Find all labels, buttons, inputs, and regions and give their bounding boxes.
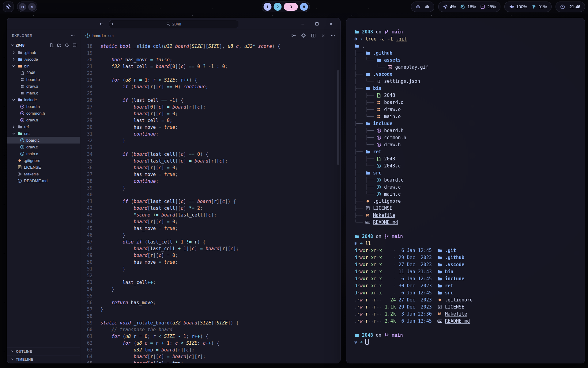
project-section-row[interactable]: 2048 xyxy=(7,41,80,49)
tree-item-main.o[interactable]: main.o xyxy=(7,90,80,96)
tab-filename[interactable]: board.c xyxy=(92,33,106,38)
gear-stat: 4% xyxy=(443,4,456,9)
folder-icon xyxy=(354,234,359,239)
terminal-cursor xyxy=(365,339,369,345)
editor-scrollbar[interactable] xyxy=(337,70,339,165)
system-stats-widget[interactable]: 4%16%25% xyxy=(438,2,500,12)
tree-item-README.md[interactable]: README.md xyxy=(7,177,80,184)
folder-icon xyxy=(437,262,442,267)
folder-icon xyxy=(18,98,22,102)
tree-item-.github[interactable]: .github xyxy=(7,49,80,56)
cfile-icon: C xyxy=(376,178,381,182)
refresh-button[interactable] xyxy=(65,43,69,48)
tree-item-label: src xyxy=(24,131,29,136)
chevron-down-icon xyxy=(11,64,16,68)
code-line-59: 59static void _rotate_board(u32 board[SI… xyxy=(80,320,340,326)
book-icon xyxy=(437,305,442,309)
terminal-line: ├── LICENSE xyxy=(354,205,577,212)
terminal-line: │ ├── h board.h xyxy=(354,127,577,134)
tree-item-label: .github xyxy=(24,50,36,55)
speaker-icon xyxy=(509,4,514,9)
code-editor[interactable]: 18static bool _slide_col(u32 board[SIZE]… xyxy=(80,41,340,363)
arrow-right-button[interactable] xyxy=(109,21,114,26)
ellipsis-button[interactable] xyxy=(330,33,335,38)
terminal-line: ├── src xyxy=(354,170,577,177)
tree-item-ref[interactable]: ref xyxy=(7,123,80,130)
tree-item-board.h[interactable]: hboard.h xyxy=(7,103,80,110)
tree-item-board.c[interactable]: Cboard.c xyxy=(7,137,80,144)
minimize-button[interactable] xyxy=(300,21,305,26)
make-icon: M xyxy=(365,213,370,218)
terminal-line: ❄ ➜ ll xyxy=(354,240,577,247)
terminal-line: ❄ ➜ tree -a -I .git xyxy=(354,36,577,43)
workspace-8[interactable]: 8 xyxy=(300,3,308,11)
tree-item-common.h[interactable]: hcommon.h xyxy=(7,110,80,117)
clock-widget[interactable]: 21:46 xyxy=(556,2,585,12)
tree-item-label: LICENSE xyxy=(24,165,41,170)
new-folder-button[interactable] xyxy=(57,43,62,48)
close-button[interactable] xyxy=(321,33,326,38)
code-line-55: 55 xyxy=(80,293,340,299)
section-outline[interactable]: OUTLINE xyxy=(7,347,80,355)
svg-text:{}: {} xyxy=(377,79,381,83)
line-number: 60 xyxy=(80,326,92,333)
terminal-line: ├── include xyxy=(354,120,577,127)
folder-icon xyxy=(365,51,370,56)
code-line-45: 45 has_move = true; xyxy=(80,225,340,232)
tree-item-src[interactable]: src xyxy=(7,130,80,137)
tree-item-board.o[interactable]: board.o xyxy=(7,76,80,83)
tree-item-bin[interactable]: bin xyxy=(7,63,80,69)
folder-icon xyxy=(437,255,442,260)
terminal-line: ├── ref xyxy=(354,148,577,155)
arrow-left-button[interactable] xyxy=(99,21,104,26)
ellipsis-icon[interactable] xyxy=(70,33,75,38)
terminal-line: drwxr-xr-x - 29 Dec 2023 .github xyxy=(354,254,577,261)
code-line-40: 40 xyxy=(80,191,340,198)
maximize-button[interactable] xyxy=(315,21,319,26)
folder-icon xyxy=(365,171,370,175)
close-button[interactable] xyxy=(329,21,334,26)
workspace-2[interactable]: 2 xyxy=(274,3,282,11)
new-file-button[interactable] xyxy=(49,43,54,48)
gear-button[interactable] xyxy=(301,33,306,38)
explorer-sidebar: EXPLORER 2048 .github.vscodebin2048board… xyxy=(7,30,80,363)
tree-item-.vscode[interactable]: .vscode xyxy=(7,56,80,63)
folder-icon xyxy=(437,248,442,253)
tree-item-Makefile[interactable]: Makefile xyxy=(7,171,80,177)
audio-network-widget[interactable]: 100%91% xyxy=(504,2,552,12)
line-number: 27 xyxy=(80,104,92,110)
editor-titlebar[interactable]: 2048 xyxy=(7,18,340,30)
line-number: 39 xyxy=(80,185,92,191)
tree-item-2048[interactable]: 2048 xyxy=(7,69,80,76)
terminal-line: │ ├── 2048 xyxy=(354,155,577,163)
section-timeline[interactable]: TIMELINE xyxy=(7,355,80,363)
skip-back-button[interactable] xyxy=(19,3,26,11)
run-button[interactable] xyxy=(291,33,296,38)
line-number: 46 xyxy=(80,232,92,239)
memory-icon xyxy=(460,4,465,9)
command-center-search[interactable]: 2048 xyxy=(109,20,238,28)
collapse-all-button[interactable] xyxy=(72,43,77,48)
line-number: 62 xyxy=(80,340,92,347)
workspace-1[interactable]: 1 xyxy=(264,3,272,11)
split-button[interactable] xyxy=(311,33,316,38)
weather-widget[interactable] xyxy=(411,2,434,12)
tree-item-draw.c[interactable]: Cdraw.c xyxy=(7,144,80,150)
terminal-window[interactable]: 2048 on main❄ ➜ tree -a -I .git .├── .gi… xyxy=(346,18,585,363)
workspace-3[interactable]: 3 xyxy=(284,3,298,11)
terminal-line: ├── .vscode xyxy=(354,71,577,78)
tree-item-include[interactable]: include xyxy=(7,96,80,103)
terminal-line: drwxr-xr-x - 11 Jan 21:43 bin xyxy=(354,268,577,275)
tree-item-.gitignore[interactable]: .gitignore xyxy=(7,157,80,164)
skip-forward-button[interactable] xyxy=(28,3,36,11)
tree-item-draw.o[interactable]: draw.o xyxy=(7,83,80,90)
tree-item-LICENSE[interactable]: LICENSE xyxy=(7,164,80,171)
line-number: 23 xyxy=(80,77,92,83)
launcher-button[interactable] xyxy=(3,2,13,12)
code-line-65: 65 board[c][r] = tmp; xyxy=(80,360,340,363)
terminal-line: │ └── main.o xyxy=(354,113,577,120)
tree-item-draw.h[interactable]: hdraw.h xyxy=(7,117,80,123)
tree-item-main.c[interactable]: Cmain.c xyxy=(7,150,80,157)
terminal-line: │ ├── h common.h xyxy=(354,134,577,141)
line-number: 30 xyxy=(80,124,92,131)
